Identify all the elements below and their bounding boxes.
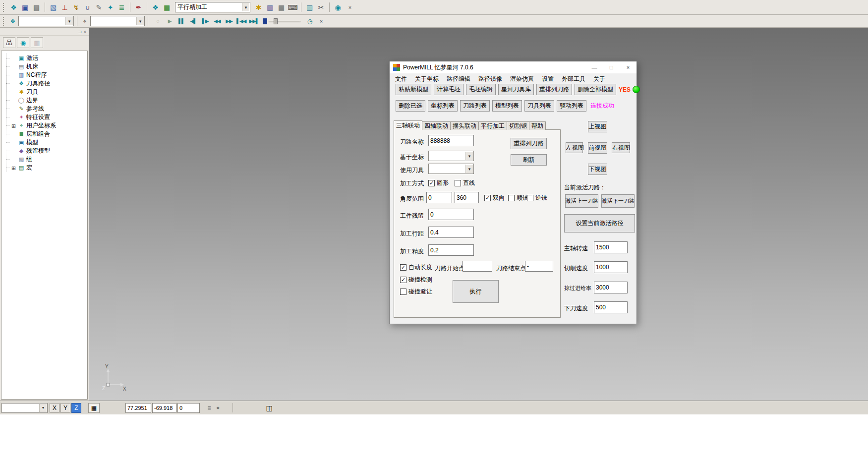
checkbox-box[interactable]: ✓ [400,264,406,271]
activate-prev-toolpath-button[interactable]: 激活上一刀路 [565,194,598,208]
menu-item[interactable]: 渲染仿真 [506,75,538,83]
activate-next-toolpath-button[interactable]: 激活下一刀路 [601,194,635,208]
rearrange-toolpaths-button[interactable]: 重排列刀路 [536,84,572,95]
collision-avoid-checkbox[interactable]: 碰撞避让 [400,288,432,296]
menu-item[interactable]: 关于 [589,75,609,83]
workplane-icon[interactable]: ⊥ [59,2,70,12]
coord-list-button[interactable]: 坐标列表 [428,100,458,112]
strategy-table-icon[interactable]: ▦ [162,2,172,12]
tree-item-groups[interactable]: ▧ 组 [6,155,87,164]
cursor-position-icon[interactable]: ⌖ [214,404,223,412]
cursor-x-input[interactable] [125,403,151,413]
strategy-select[interactable]: 平行精加工 ▾ [175,2,250,12]
boundary-icon[interactable]: ∪ [82,2,93,12]
viewmill-icon[interactable]: ◉ [333,2,343,12]
tree-expander-icon[interactable] [11,81,16,86]
tree-item-activate[interactable]: ▣ 激活 [6,54,87,62]
toolpath-list-button[interactable]: 刀路列表 [460,100,490,112]
tree-expander-icon[interactable] [11,157,16,162]
tree-item-tools[interactable]: ✱ 刀具 [6,88,87,96]
view-top-button[interactable]: 上视图 [588,121,607,132]
shade-icon[interactable]: ◌ [153,17,162,26]
toolpath-name-input[interactable] [428,135,474,146]
angle-start-input[interactable] [426,192,452,203]
base-coord-select[interactable]: ▾ [428,151,474,161]
rewind-icon[interactable]: ◀◀ [213,17,222,26]
tree-expander-icon[interactable]: ⊞ [11,123,16,128]
go-to-end-icon[interactable]: ▶▶▌ [249,17,258,26]
close-button[interactable]: × [620,61,637,73]
tab[interactable]: 平行加工 [478,121,507,130]
stepover-input[interactable] [428,227,474,238]
tree-expander-icon[interactable]: ⊞ [11,165,16,171]
chevron-down-icon[interactable]: ▼ [39,404,47,412]
toolbar-grip[interactable] [3,17,5,26]
explorer-tree-icon[interactable]: 品 [3,37,15,48]
toolbar-close-icon[interactable]: × [346,3,354,11]
sim-toolbar-close-icon[interactable]: × [317,17,325,25]
tab[interactable]: 四轴联动 [422,121,451,130]
tree-expander-icon[interactable] [11,89,16,95]
menu-item[interactable]: 文件 [391,75,411,83]
model-list-button[interactable]: 模型列表 [492,100,522,112]
pause-icon[interactable]: ▌▌ [177,17,186,26]
block-edit-button[interactable]: 毛坯编辑 [466,84,496,95]
y-axis-button[interactable]: Y [60,403,70,413]
use-tool-select[interactable]: ▾ [428,164,474,174]
menu-item[interactable]: 路径镜像 [474,75,506,83]
tolerance-input[interactable] [428,244,474,256]
checkbox-box[interactable] [400,289,406,295]
go-to-start-icon[interactable]: ▌◀◀ [236,17,246,26]
view-right-button[interactable]: 右视图 [612,142,630,153]
toolpath-strategies-icon[interactable]: ❖ [150,2,161,12]
statusbar-select[interactable]: ▼ [1,403,48,413]
conventional-mill-checkbox[interactable]: 逆铣 [527,194,547,202]
stock-remain-input[interactable] [428,209,474,220]
tree-expander-icon[interactable] [11,98,16,103]
refresh-button[interactable]: 刷新 [511,154,547,166]
tree-expander-icon[interactable] [11,140,16,145]
step-back-icon[interactable]: ◀▌ [189,17,198,26]
dialog-titlebar[interactable]: PowerMILL 忆梦星河 7.0.6 — □ × [390,61,637,73]
view-left-button[interactable]: 左视图 [566,142,583,153]
view-bottom-button[interactable]: 下视图 [588,164,607,175]
graphics-viewport[interactable]: Y X Z PowerMILL 忆梦星河 7.0.6 — □ × 文件关于坐标路… [89,28,868,401]
tool-list-button[interactable]: 刀具列表 [524,100,554,112]
execute-button[interactable]: 执行 [453,280,499,303]
paste-new-model-button[interactable]: 粘贴新模型 [396,84,431,95]
tab[interactable]: 切割锯 [507,121,529,130]
circle-checkbox[interactable]: ✓ 圆形 [428,179,449,187]
z-axis-button[interactable]: Z [71,403,81,413]
float-panel-icon[interactable]: ⊐ [78,29,82,34]
play-icon[interactable]: ▶ [165,17,174,26]
auto-length-checkbox[interactable]: ✓ 自动长度 [400,263,432,272]
chevron-down-icon[interactable]: ▾ [136,17,144,25]
snap-options-icon[interactable]: ≡ [205,404,214,412]
checkbox-box[interactable] [527,195,533,201]
save-icon[interactable]: ▣ [20,2,30,12]
chevron-down-icon[interactable]: ▾ [65,17,73,25]
tab[interactable]: 三轴联动 [394,120,422,130]
toolbar-grip[interactable] [3,3,5,12]
menu-item[interactable]: 路径编辑 [443,75,474,83]
view-front-button[interactable]: 前视图 [588,142,607,154]
chevron-down-icon[interactable]: ▾ [465,165,473,173]
tree-expander-icon[interactable] [11,56,16,61]
statistics-icon[interactable]: ▥ [265,2,275,12]
checkbox-box[interactable]: ✓ [484,195,491,201]
levels-icon[interactable]: ≣ [116,2,127,12]
xinghe-tool-library-button[interactable]: 星河刀具库 [498,84,534,95]
cursor-z-input[interactable] [177,403,200,413]
keypad-icon[interactable]: ⌨ [288,2,298,12]
cutting-speed-input[interactable] [594,261,628,273]
sim-tool-select[interactable]: ▾ [90,16,145,26]
collision-check-checkbox[interactable]: ✓ 碰撞检测 [400,276,432,284]
tree-item-feature-sets[interactable]: ✦ 特征设置 [6,113,87,121]
start-point-input[interactable] [463,261,492,272]
spindle-speed-input[interactable] [594,241,628,253]
grid-toggle-button[interactable]: ▦ [88,403,100,413]
calculator-icon[interactable]: ▦ [276,2,287,12]
slider-handle[interactable] [274,18,278,24]
tree-expander-icon[interactable] [11,148,16,154]
create-tool-icon[interactable]: ✱ [253,2,264,12]
